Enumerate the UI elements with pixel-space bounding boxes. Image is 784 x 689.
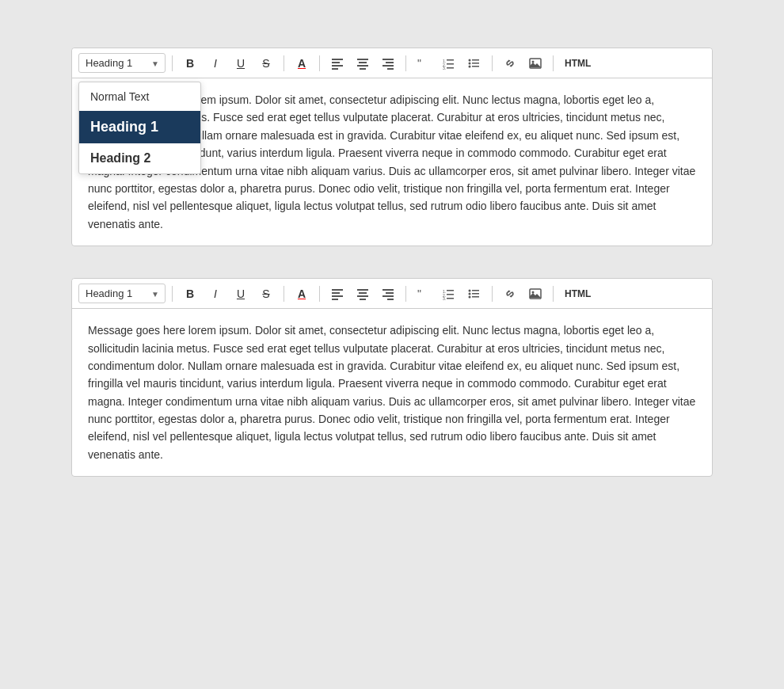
svg-rect-44 — [447, 294, 454, 295]
editor-2: Heading 1 Normal Text Heading 2 ▼ B I U … — [71, 278, 713, 477]
svg-line-53 — [508, 292, 512, 295]
svg-rect-32 — [357, 289, 368, 291]
svg-rect-18 — [447, 67, 454, 69]
image-icon-2 — [529, 287, 542, 300]
heading-dropdown-menu: Normal Text Heading 1 Heading 2 — [78, 82, 201, 174]
bold-button[interactable]: B — [179, 54, 201, 73]
align-center-button-2[interactable] — [352, 284, 374, 303]
svg-rect-0 — [332, 59, 343, 60]
strikethrough-button[interactable]: S — [255, 54, 277, 73]
svg-rect-1 — [332, 62, 340, 63]
separator — [492, 55, 493, 71]
separator — [319, 55, 320, 71]
unordered-list-button-2[interactable] — [463, 284, 485, 303]
separator — [492, 286, 493, 302]
editor-2-content[interactable]: Message goes here lorem ipsum. Dolor sit… — [72, 309, 712, 476]
image-icon — [529, 57, 542, 70]
dropdown-item-h1[interactable]: Heading 1 — [79, 111, 200, 143]
svg-rect-11 — [387, 68, 394, 70]
unordered-list-button[interactable] — [463, 54, 485, 73]
blockquote-button[interactable]: " — [413, 54, 435, 73]
svg-rect-34 — [357, 295, 368, 297]
svg-point-23 — [469, 65, 471, 67]
font-color-button-2[interactable]: A — [291, 284, 313, 303]
underline-button[interactable]: U — [230, 54, 252, 73]
italic-button[interactable]: I — [204, 54, 226, 73]
heading-select-wrapper: Heading 1 Normal Text Heading 2 ▼ — [78, 53, 166, 73]
svg-rect-35 — [360, 299, 366, 300]
svg-rect-31 — [332, 299, 338, 300]
svg-rect-46 — [447, 298, 454, 299]
html-button[interactable]: HTML — [560, 55, 596, 72]
separator — [553, 286, 554, 302]
font-color-button[interactable]: A — [291, 54, 313, 73]
align-right-icon-2 — [382, 287, 394, 300]
separator — [172, 286, 173, 302]
svg-rect-3 — [332, 68, 338, 70]
separator — [172, 55, 173, 71]
toolbar-1: Heading 1 Normal Text Heading 2 ▼ B I U … — [72, 48, 712, 78]
html-button-2[interactable]: HTML — [560, 285, 596, 303]
blockquote-button-2[interactable]: " — [413, 284, 435, 303]
toolbar-2: Heading 1 Normal Text Heading 2 ▼ B I U … — [72, 279, 712, 309]
svg-rect-39 — [387, 299, 394, 300]
align-center-button[interactable] — [352, 54, 374, 73]
image-button-2[interactable] — [524, 284, 546, 303]
separator — [553, 55, 554, 71]
link-button-2[interactable] — [499, 284, 521, 303]
blockquote-icon: " — [417, 57, 430, 70]
ordered-list-button-2[interactable]: 1.2.3. — [438, 284, 460, 303]
svg-rect-52 — [472, 296, 479, 298]
svg-rect-50 — [472, 293, 479, 295]
svg-rect-36 — [382, 289, 394, 291]
align-left-button[interactable] — [326, 54, 348, 73]
separator — [405, 55, 406, 71]
align-left-button-2[interactable] — [326, 284, 348, 303]
image-button[interactable] — [524, 54, 546, 73]
ordered-list-button[interactable]: 1.2.3. — [438, 54, 460, 73]
align-left-icon — [331, 57, 344, 70]
svg-text:3.: 3. — [443, 296, 446, 300]
svg-rect-38 — [382, 295, 394, 297]
blockquote-icon-2: " — [417, 287, 430, 300]
svg-rect-24 — [472, 66, 479, 67]
svg-text:": " — [417, 57, 421, 70]
svg-rect-37 — [386, 292, 394, 294]
underline-button-2[interactable]: U — [230, 284, 252, 303]
heading-select-2[interactable]: Heading 1 Normal Text Heading 2 — [78, 284, 166, 303]
svg-rect-10 — [382, 65, 394, 67]
svg-rect-2 — [332, 65, 343, 67]
ordered-list-icon-2: 1.2.3. — [443, 287, 455, 300]
align-right-icon — [382, 57, 394, 70]
link-icon-2 — [504, 287, 516, 300]
svg-point-51 — [469, 295, 471, 298]
bold-button-2[interactable]: B — [179, 284, 201, 303]
align-center-icon-2 — [356, 287, 369, 300]
svg-rect-42 — [447, 290, 454, 291]
separator — [284, 286, 284, 302]
svg-text:3.: 3. — [443, 66, 446, 70]
svg-point-21 — [469, 62, 471, 64]
dropdown-item-h2[interactable]: Heading 2 — [79, 143, 200, 173]
separator — [319, 286, 320, 302]
dropdown-item-normal[interactable]: Normal Text — [79, 82, 200, 111]
svg-line-25 — [508, 62, 512, 65]
separator — [284, 55, 284, 71]
svg-rect-28 — [332, 289, 343, 291]
svg-rect-5 — [359, 62, 367, 63]
link-button[interactable] — [499, 54, 521, 73]
align-right-button-2[interactable] — [377, 284, 399, 303]
svg-rect-8 — [382, 59, 394, 60]
strikethrough-button-2[interactable]: S — [255, 284, 277, 303]
svg-point-47 — [469, 289, 471, 291]
svg-rect-29 — [332, 292, 340, 294]
separator — [405, 286, 406, 302]
svg-rect-30 — [332, 295, 343, 297]
ordered-list-icon: 1.2.3. — [443, 57, 455, 70]
align-right-button[interactable] — [377, 54, 399, 73]
svg-rect-4 — [357, 59, 368, 60]
svg-rect-48 — [472, 290, 479, 291]
heading-select-1[interactable]: Heading 1 Normal Text Heading 2 — [78, 53, 166, 73]
italic-button-2[interactable]: I — [204, 284, 226, 303]
svg-rect-33 — [359, 292, 367, 294]
